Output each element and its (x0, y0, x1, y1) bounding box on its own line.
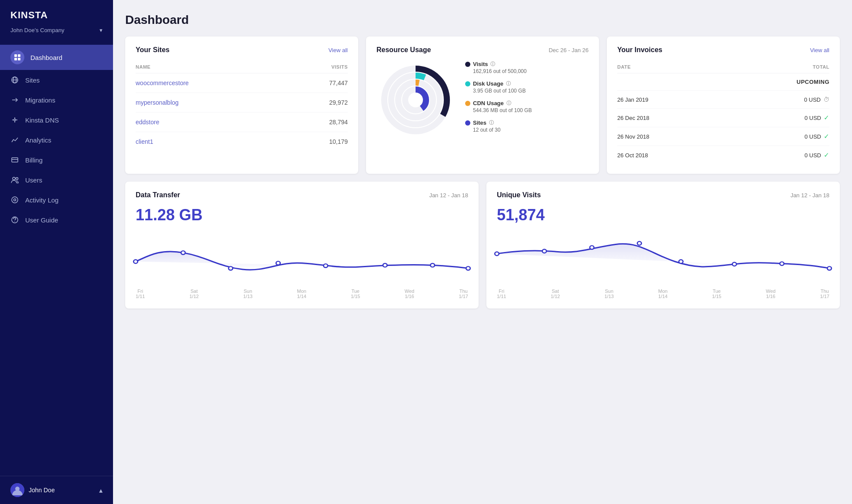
legend-cdn-value: 544.36 MB out of 100 GB (465, 107, 589, 113)
legend-cdn: CDN Usage ⓘ 544.36 MB out of 100 GB (465, 100, 589, 113)
sidebar-item-activity-log[interactable]: Activity Log (0, 190, 113, 210)
users-icon (10, 176, 19, 184)
sidebar-item-label: Users (25, 176, 42, 184)
sidebar-company[interactable]: John Doe's Company ▾ (0, 25, 113, 41)
resource-body: Visits ⓘ 162,916 out of 500,000 Disk Usa… (376, 61, 589, 139)
data-transfer-date: Jan 12 - Jan 18 (429, 192, 468, 199)
svg-point-32 (466, 266, 470, 270)
legend-sites-label: Sites (473, 119, 486, 126)
legend-cdn-label: CDN Usage (473, 100, 504, 106)
visits-help-icon[interactable]: ⓘ (490, 61, 495, 67)
your-sites-view-all[interactable]: View all (328, 47, 348, 53)
svg-point-39 (780, 262, 784, 265)
sidebar-item-billing[interactable]: Billing (0, 150, 113, 170)
data-transfer-chart (136, 233, 468, 285)
sidebar-item-dashboard[interactable]: Dashboard (0, 45, 113, 70)
resource-usage-card: Resource Usage Dec 26 - Jan 26 (366, 36, 599, 174)
sidebar-item-label: Sites (25, 76, 40, 84)
svg-point-7 (14, 119, 16, 121)
x-label: Fri1/11 (497, 288, 506, 299)
table-row: 26 Oct 2018 0 USD ✓ (617, 146, 829, 165)
svg-point-33 (495, 252, 499, 255)
user-name: John Doe (29, 487, 55, 494)
check-icon: ✓ (824, 114, 829, 122)
svg-rect-3 (18, 58, 20, 60)
sidebar-item-label: Dashboard (30, 54, 62, 61)
donut-chart (376, 61, 455, 139)
invoice-date: 26 Dec 2018 (617, 109, 736, 127)
avatar (10, 483, 24, 497)
legend-sites-value: 12 out of 30 (465, 127, 589, 133)
sidebar-item-label: Kinsta DNS (25, 116, 59, 124)
sidebar-item-label: Billing (25, 156, 43, 164)
svg-point-37 (679, 260, 683, 263)
your-invoices-view-all[interactable]: View all (810, 47, 829, 53)
x-label: Mon1/14 (297, 288, 306, 299)
bottom-grid: Data Transfer Jan 12 - Jan 18 11.28 GB (125, 182, 840, 308)
chevron-up-icon: ▴ (99, 486, 103, 494)
unique-visits-x-axis: Fri1/11Sat1/12Sun1/13Mon1/14Tue1/15Wed1/… (497, 285, 829, 299)
legend-sites: Sites ⓘ 12 out of 30 (465, 119, 589, 133)
migrations-icon (10, 96, 19, 104)
sidebar-item-analytics[interactable]: Analytics (0, 130, 113, 150)
your-invoices-card: Your Invoices View all DATE TOTAL UPCOMI… (607, 36, 840, 174)
table-row: client1 10,179 (136, 132, 348, 152)
check-icon: ✓ (824, 133, 829, 140)
top-grid: Your Sites View all NAME VISITS woocomme… (125, 36, 840, 174)
sidebar-item-kinsta-dns[interactable]: Kinsta DNS (0, 110, 113, 130)
resource-usage-header: Resource Usage Dec 26 - Jan 26 (376, 46, 589, 54)
x-label: Sun1/13 (605, 288, 614, 299)
analytics-icon (10, 136, 19, 144)
x-label: Sat1/12 (190, 288, 199, 299)
sidebar-item-user-guide[interactable]: User Guide (0, 210, 113, 230)
unique-visits-date: Jan 12 - Jan 18 (790, 192, 829, 199)
your-sites-card: Your Sites View all NAME VISITS woocomme… (125, 36, 358, 174)
svg-rect-0 (14, 54, 17, 57)
site-link[interactable]: eddstore (136, 119, 159, 126)
your-sites-header: Your Sites View all (136, 46, 348, 54)
sidebar-item-label: Migrations (25, 96, 55, 104)
legend-visits: Visits ⓘ 162,916 out of 500,000 (465, 61, 589, 74)
your-invoices-title: Your Invoices (617, 46, 662, 54)
sidebar-item-sites[interactable]: Sites (0, 70, 113, 90)
unique-visits-card: Unique Visits Jan 12 - Jan 18 51,874 (486, 182, 840, 308)
clock-icon: ⏱ (823, 96, 829, 103)
sidebar-item-users[interactable]: Users (0, 170, 113, 190)
site-link[interactable]: woocommercestore (136, 80, 189, 86)
invoices-col-date: DATE (617, 61, 736, 73)
sites-col-visits: VISITS (293, 61, 348, 73)
site-link[interactable]: mypersonalblog (136, 99, 179, 106)
svg-point-10 (13, 177, 15, 180)
sites-help-icon[interactable]: ⓘ (489, 119, 494, 126)
x-label: Thu1/17 (459, 288, 468, 299)
sidebar: KINSTA John Doe's Company ▾ Dashboard (0, 0, 113, 504)
site-link[interactable]: client1 (136, 138, 153, 145)
sidebar-nav: Dashboard Sites Migrations (0, 41, 113, 476)
disk-help-icon[interactable]: ⓘ (506, 80, 511, 87)
svg-point-36 (637, 242, 642, 245)
sidebar-item-migrations[interactable]: Migrations (0, 90, 113, 110)
sidebar-footer[interactable]: John Doe ▴ (0, 476, 113, 504)
svg-point-30 (383, 263, 387, 267)
x-label: Wed1/16 (766, 288, 775, 299)
sidebar-item-label: User Guide (25, 216, 58, 224)
x-label: Fri1/11 (136, 288, 145, 299)
data-transfer-header: Data Transfer Jan 12 - Jan 18 (136, 191, 468, 199)
table-row: mypersonalblog 29,972 (136, 93, 348, 113)
x-label: Tue1/15 (351, 288, 360, 299)
table-row: 26 Jan 2019 0 USD ⏱ (617, 91, 829, 109)
svg-rect-2 (14, 58, 17, 60)
x-label: Sun1/13 (243, 288, 253, 299)
cdn-help-icon[interactable]: ⓘ (506, 100, 511, 106)
unique-visits-chart (497, 233, 829, 285)
your-invoices-header: Your Invoices View all (617, 46, 829, 54)
svg-point-38 (732, 262, 737, 266)
sites-icon (10, 76, 19, 84)
user-info: John Doe (10, 483, 55, 497)
svg-point-11 (16, 178, 18, 180)
resource-usage-date: Dec 26 - Jan 26 (549, 47, 589, 53)
logo-text: KINSTA (10, 10, 103, 21)
svg-point-25 (133, 260, 138, 263)
main-content: Dashboard Your Sites View all NAME VISIT… (113, 0, 852, 504)
dashboard-icon (10, 50, 24, 64)
